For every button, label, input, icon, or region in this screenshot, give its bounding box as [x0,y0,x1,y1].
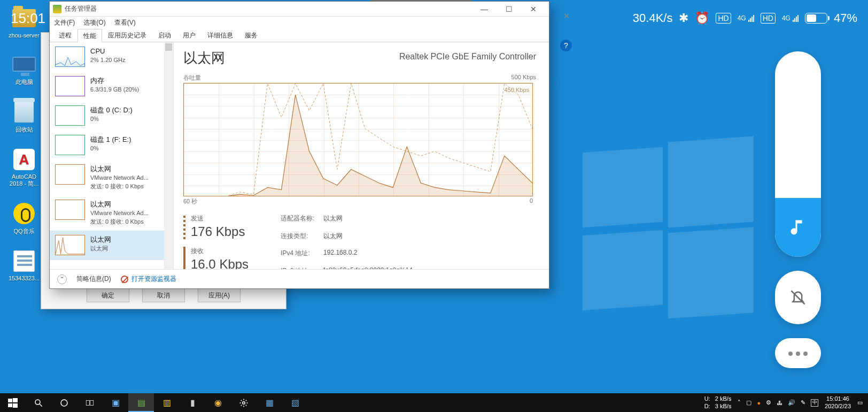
svg-line-1 [40,404,42,407]
ok-button[interactable]: 确定 [87,288,129,302]
more-pill[interactable] [775,338,821,368]
svg-point-0 [35,400,40,405]
tray-icon[interactable]: ✎ [801,399,805,406]
menu-view[interactable]: 查看(V) [114,18,136,27]
taskbar-app[interactable]: ◉ [205,393,231,412]
chart-y-label: 吞吐量 [183,74,201,82]
taskbar-app-terminal[interactable]: ▮ [180,393,205,412]
taskbar-clock[interactable]: 15:01:46 2020/2/23 [825,395,851,409]
desktop-label: QQ音乐 [5,227,43,235]
volume-pill[interactable] [775,51,821,257]
close-button[interactable]: ✕ [521,2,546,17]
sidebar-item-net-5[interactable]: 以太网VMware Network Ad...发送: 0 接收: 0 Kbps [50,195,173,231]
cortana-button[interactable] [51,393,77,412]
titlebar[interactable]: 任务管理器 — ☐ ✕ [50,2,549,17]
taskbar-app-explorer[interactable]: ▥ [154,393,180,412]
desktop-icon-recycle-bin[interactable]: 回收站 [5,101,43,134]
taskbar-app[interactable]: ▦ [257,393,282,412]
desktop-icon-this-pc[interactable]: 此电脑 [5,54,43,86]
floating-side-panel [775,51,821,368]
more-horizontal-icon [787,348,809,358]
chevron-up-icon[interactable]: ⌃ [57,274,67,284]
ime-indicator[interactable]: 中 [811,399,818,407]
search-button[interactable] [26,393,51,412]
android-clock: 15:01 [11,10,45,27]
task-manager-icon [53,5,61,13]
hd-badge: HD [716,13,731,24]
svg-rect-4 [90,400,94,405]
hd-badge: HD [761,13,776,24]
apply-button[interactable]: 应用(A) [198,288,241,302]
taskbar-app-settings[interactable] [231,393,257,412]
task-manager-window: 任务管理器 — ☐ ✕ 文件(F) 选项(O) 查看(V) 进程 性能 应用历史… [49,1,549,289]
menu-file[interactable]: 文件(F) [54,18,75,27]
svg-rect-3 [86,400,89,405]
disk-thumbnail-icon [55,135,85,155]
resource-monitor-icon [121,276,128,283]
tray-icon[interactable]: ▢ [746,399,751,406]
recv-swatch-icon [183,247,185,269]
recycle-bin-icon [14,101,34,123]
sidebar-item-net-6[interactable]: 以太网以太网 [50,231,173,260]
desktop-icon-qqmusic[interactable]: QQ音乐 [5,203,43,235]
cancel-button[interactable]: 取消 [142,288,185,302]
tab-services[interactable]: 服务 [239,28,264,42]
taskbar-app[interactable]: ▣ [103,393,128,412]
taskbar-app-taskmanager[interactable]: ▤ [128,393,154,412]
signal-icon [748,14,754,22]
alarm-icon: ⏰ [695,11,709,25]
net-thumbnail-icon [55,235,85,255]
textfile-icon [13,250,35,272]
notifications-button[interactable]: ▭ [857,399,863,406]
desktop-label: zhou-server [5,32,43,39]
sidebar-item-disk-3[interactable]: 磁盘 1 (F: E:)0% [50,131,173,160]
fewer-details-button[interactable]: 简略信息(D) [76,274,111,284]
tray-network-icon[interactable]: 🖧 [777,400,782,406]
net-thumbnail-icon [55,200,85,220]
desktop-icon-autocad[interactable]: A AutoCAD 2018 - 简... [5,149,43,188]
tab-processes[interactable]: 进程 [53,28,78,42]
svg-point-2 [61,400,67,406]
start-button[interactable] [0,393,26,412]
menu-options[interactable]: 选项(O) [83,18,105,27]
minimize-button[interactable]: — [472,2,497,17]
sidebar-scrollbar[interactable] [164,42,173,269]
task-manager-footer: ⌃ 简略信息(D) 打开资源监视器 [50,269,549,288]
tab-performance[interactable]: 性能 [78,29,102,42]
tray-chevron-up-icon[interactable]: ˄ [738,399,741,406]
sidebar-item-mem-1[interactable]: 内存6.3/31.9 GB (20%) [50,72,173,101]
help-icon[interactable]: ? [560,40,572,51]
tab-details[interactable]: 详细信息 [201,28,239,42]
disk-thumbnail-icon [55,105,85,126]
chart-y-max: 500 Kbps [511,74,536,82]
tray-volume-icon[interactable]: 🔊 [788,399,795,406]
recv-label: 接收 [191,247,249,256]
menubar: 文件(F) 选项(O) 查看(V) [50,17,549,28]
desktop-icons: zhou-server 此电脑 回收站 A AutoCAD 2018 - 简..… [5,7,43,296]
autocad-icon: A [13,149,35,170]
chart-x-left: 60 秒 [183,197,197,205]
close-button[interactable]: ✕ [563,12,570,20]
taskbar-app[interactable]: ▧ [282,393,308,412]
tab-app-history[interactable]: 应用历史记录 [102,28,152,42]
send-value: 176 Kbps [191,224,245,239]
music-button[interactable] [775,198,821,257]
search-icon [34,398,43,408]
dnd-pill[interactable] [775,271,821,324]
task-view-button[interactable] [77,393,103,412]
system-tray: U: 2 kB/s D: 3 kB/s ˄ ▢ ● ⚙ 🖧 🔊 ✎ 中 15:0… [704,395,868,409]
desktop-icon-textfile[interactable]: 15343323... [5,250,43,281]
computer-icon [12,57,36,72]
sidebar-item-cpu-0[interactable]: CPU2% 1.20 GHz [50,42,173,72]
tab-startup[interactable]: 启动 [152,28,177,42]
mem-thumbnail-icon [55,76,85,96]
tab-bar: 进程 性能 应用历史记录 启动 用户 详细信息 服务 [50,28,549,42]
tray-icon[interactable]: ● [757,400,761,406]
open-resource-monitor-link[interactable]: 打开资源监视器 [121,274,176,284]
maximize-button[interactable]: ☐ [497,2,521,17]
sidebar-item-net-4[interactable]: 以太网VMware Network Ad...发送: 0 接收: 0 Kbps [50,160,173,195]
sidebar-item-disk-2[interactable]: 磁盘 0 (C: D:)0% [50,101,173,131]
battery-percent: 47% [834,11,857,25]
tray-icon[interactable]: ⚙ [766,399,771,406]
tab-users[interactable]: 用户 [177,28,201,42]
